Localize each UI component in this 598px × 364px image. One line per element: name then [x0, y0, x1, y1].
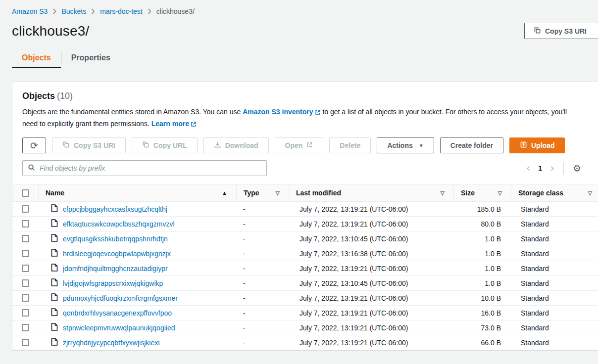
row-checkbox[interactable]: [22, 250, 29, 257]
row-checkbox[interactable]: [22, 265, 29, 272]
object-name-link[interactable]: evgtlqusgiksshkubetrqqpshnrhdtjn: [63, 235, 168, 243]
object-name-link[interactable]: zjrryqhdnjycypcqbtfxyxwjisjkiexi: [63, 339, 159, 347]
row-checkbox[interactable]: [22, 294, 29, 302]
object-name-link[interactable]: hrdlsleegjoqevcogbpwlapwbjxgnzjx: [63, 250, 171, 258]
chevron-right-icon: [91, 8, 95, 14]
table-row: zjrryqhdnjycypcqbtfxyxwjisjkiexi - July …: [12, 335, 598, 350]
copy-s3-uri-top-button[interactable]: Copy S3 URI: [524, 23, 598, 39]
object-last-modified: July 7, 2022, 13:10:45 (UTC-06:00): [289, 235, 453, 243]
copy-s3-uri-button: Copy S3 URI: [52, 137, 126, 153]
previous-page-button: ‹: [526, 163, 531, 174]
file-icon: [51, 293, 58, 303]
objects-heading: Objects(10): [22, 91, 591, 101]
tab-properties-label: Properties: [71, 53, 110, 62]
object-name-cell: stpnwcleepmvruwwqlpaunukjqogiied: [38, 323, 236, 332]
objects-description: Objects are the fundamental entities sto…: [22, 106, 582, 130]
object-name-link[interactable]: jdomfndjhquiltmgghcnzautadigiypr: [63, 265, 168, 273]
download-icon: [214, 141, 221, 150]
row-checkbox[interactable]: [22, 309, 29, 317]
row-checkbox-cell: [12, 291, 38, 305]
object-name-cell: pdumoxyhjcdfuoqkrzxmfcrgmfgsxmer: [38, 293, 236, 303]
breadcrumb: Amazon S3 Buckets mars-doc-test clickhou…: [0, 0, 598, 15]
chevron-right-icon: [52, 8, 56, 14]
download-label: Download: [225, 141, 258, 149]
breadcrumb-buckets[interactable]: Buckets: [61, 7, 86, 15]
object-name-link[interactable]: lvjdjgojwfsgrappscrxixwjqkigwikp: [63, 279, 163, 287]
breadcrumb-amazon-s3[interactable]: Amazon S3: [12, 7, 48, 15]
object-last-modified: July 7, 2022, 13:19:21 (UTC-06:00): [289, 220, 453, 228]
table-row: lvjdjgojwfsgrappscrxixwjqkigwikp - July …: [12, 276, 598, 291]
object-size: 73.0 B: [453, 324, 511, 332]
table-row: jdomfndjhquiltmgghcnzautadigiypr - July …: [12, 261, 598, 276]
file-icon: [51, 323, 58, 332]
object-type: -: [236, 235, 289, 243]
object-last-modified: July 7, 2022, 13:19:21 (UTC-06:00): [289, 339, 453, 347]
upload-button[interactable]: Upload: [509, 137, 565, 153]
row-checkbox-cell: [12, 202, 38, 216]
select-all-checkbox[interactable]: [22, 189, 29, 197]
tab-bar: Objects Properties: [0, 48, 598, 68]
row-checkbox[interactable]: [22, 235, 29, 242]
actions-dropdown-button[interactable]: Actions ▼: [377, 137, 434, 153]
object-type: -: [236, 250, 289, 258]
row-checkbox[interactable]: [22, 279, 29, 287]
column-storage-class-label: Storage class: [518, 189, 563, 197]
object-last-modified: July 7, 2022, 13:19:21 (UTC-06:00): [289, 294, 453, 302]
column-size-label: Size: [461, 189, 475, 197]
table-row: evgtlqusgiksshkubetrqqpshnrhdtjn - July …: [12, 231, 598, 246]
search-input[interactable]: [40, 164, 261, 172]
column-name-label: Name: [46, 189, 64, 197]
object-name-link[interactable]: qonbrdxrhlvysanacgenexpffovvfpoo: [63, 309, 172, 317]
external-link-icon: [191, 119, 197, 130]
learn-more-label: Learn more: [151, 120, 189, 128]
upload-icon: [520, 141, 527, 150]
object-name-link[interactable]: cfppcjbbggayhcxcasfxsugtzhcqlthj: [63, 205, 167, 213]
table-row: pdumoxyhjcdfuoqkrzxmfcrgmfgsxmer - July …: [12, 291, 598, 306]
object-storage-class: Standard: [511, 294, 598, 302]
file-icon: [51, 234, 58, 243]
sort-icon: ▽: [441, 190, 445, 196]
external-link-icon: [315, 107, 321, 118]
row-checkbox[interactable]: [22, 339, 29, 346]
column-header-type[interactable]: Type ▽: [236, 184, 289, 201]
learn-more-link[interactable]: Learn more: [151, 120, 197, 128]
row-checkbox[interactable]: [22, 205, 29, 213]
external-link-icon: [306, 141, 313, 149]
column-type-label: Type: [244, 189, 259, 197]
sort-ascending-icon: ▲: [222, 190, 227, 196]
column-header-name[interactable]: Name ▲: [38, 184, 236, 201]
copy-icon: [62, 141, 70, 150]
breadcrumb-bucket-name[interactable]: mars-doc-test: [100, 7, 143, 15]
column-header-size[interactable]: Size ▽: [453, 184, 511, 201]
delete-label: Delete: [340, 141, 360, 149]
copy-icon: [142, 141, 150, 150]
object-name-link[interactable]: pdumoxyhjcdfuoqkrzxmfcrgmfgsxmer: [63, 294, 178, 302]
object-name-link[interactable]: stpnwcleepmvruwwqlpaunukjqogiied: [63, 324, 175, 332]
copy-icon: [534, 27, 541, 36]
object-last-modified: July 7, 2022, 13:19:21 (UTC-06:00): [289, 324, 453, 332]
object-size: 10.0 B: [453, 294, 511, 302]
upload-label: Upload: [531, 141, 554, 149]
search-icon: [28, 164, 35, 173]
copy-s3-uri-label: Copy S3 URI: [74, 141, 115, 149]
row-checkbox[interactable]: [22, 324, 29, 331]
pagination: ‹ 1 › ⚙: [526, 162, 581, 175]
column-header-storage-class[interactable]: Storage class ▽: [511, 184, 598, 201]
object-type: -: [236, 324, 289, 332]
column-header-last-modified[interactable]: Last modified ▽: [289, 184, 453, 201]
amazon-s3-inventory-link[interactable]: Amazon S3 inventory: [243, 108, 320, 116]
refresh-button[interactable]: ⟳: [22, 137, 46, 153]
create-folder-button[interactable]: Create folder: [440, 137, 503, 153]
object-name-link[interactable]: efktaqtucswkcowpclbsszhqxgzmvzvl: [63, 220, 175, 228]
object-last-modified: July 7, 2022, 13:10:45 (UTC-06:00): [289, 279, 453, 287]
object-name-cell: efktaqtucswkcowpclbsszhqxgzmvzvl: [38, 219, 236, 228]
object-last-modified: July 7, 2022, 13:19:21 (UTC-06:00): [289, 265, 453, 273]
tab-objects[interactable]: Objects: [12, 48, 61, 68]
objects-table: Name ▲ Type ▽ Last modified ▽ Size ▽ Sto…: [12, 184, 598, 350]
row-checkbox[interactable]: [22, 220, 29, 228]
tab-properties[interactable]: Properties: [61, 48, 120, 68]
current-page-number[interactable]: 1: [538, 164, 542, 172]
object-size: 66.0 B: [453, 339, 511, 347]
object-size: 1.0 B: [453, 235, 511, 243]
gear-icon[interactable]: ⚙: [573, 163, 581, 174]
